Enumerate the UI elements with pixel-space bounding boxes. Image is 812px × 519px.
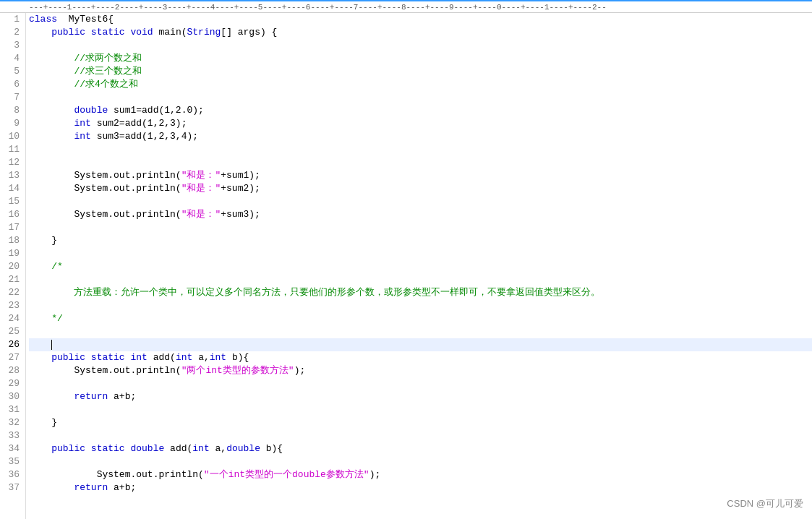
line-number: 10 bbox=[3, 130, 20, 143]
code-line bbox=[29, 39, 812, 52]
line-number: 30 bbox=[3, 390, 20, 403]
line-number: ▶26 bbox=[3, 338, 20, 351]
code-line bbox=[29, 91, 812, 104]
line-number: 19 bbox=[3, 247, 20, 260]
code-line bbox=[29, 221, 812, 234]
code-line bbox=[29, 299, 812, 312]
code-line: //求三个数之和 bbox=[29, 65, 812, 78]
code-line: public static double add(int a,double b)… bbox=[29, 442, 812, 455]
code-line: public static int add(int a,int b){ bbox=[29, 351, 812, 364]
code-lines[interactable]: class MyTest6{ public static void main(S… bbox=[26, 13, 812, 519]
line-number: 18 bbox=[3, 234, 20, 247]
code-line: */ bbox=[29, 312, 812, 325]
ruler: ---+----1----+----2----+----3----+----4-… bbox=[0, 0, 812, 13]
line-number: 5 bbox=[3, 65, 20, 78]
line-number: 24 bbox=[3, 312, 20, 325]
line-number: 34 bbox=[3, 442, 20, 455]
code-line: return a+b; bbox=[29, 390, 812, 403]
code-line: } bbox=[29, 234, 812, 247]
code-line: System.out.println("和是："+sum2); bbox=[29, 182, 812, 195]
code-line: double sum1=add(1,2.0); bbox=[29, 104, 812, 117]
line-number: 4 bbox=[3, 52, 20, 65]
code-line: //求4个数之和 bbox=[29, 78, 812, 91]
text-cursor bbox=[51, 340, 52, 350]
line-number: 33 bbox=[3, 429, 20, 442]
ruler-text: ---+----1----+----2----+----3----+----4-… bbox=[29, 3, 607, 12]
line-number: 37 bbox=[3, 481, 20, 494]
line-number: 27 bbox=[3, 351, 20, 364]
line-number: 13 bbox=[3, 169, 20, 182]
line-number: 14 bbox=[3, 182, 20, 195]
code-line bbox=[29, 403, 812, 416]
code-line: class MyTest6{ bbox=[29, 13, 812, 26]
code-line bbox=[29, 156, 812, 169]
code-line: 方法重载：允许一个类中，可以定义多个同名方法，只要他们的形参个数，或形参类型不一… bbox=[29, 286, 812, 299]
code-line bbox=[29, 338, 812, 351]
line-number: 23 bbox=[3, 299, 20, 312]
line-number: 1 bbox=[3, 13, 20, 26]
code-area: 1234567891011121314151617181920212223242… bbox=[0, 13, 812, 519]
code-line: return a+b; bbox=[29, 481, 812, 494]
code-line bbox=[29, 247, 812, 260]
line-number: 29 bbox=[3, 377, 20, 390]
line-number: 28 bbox=[3, 364, 20, 377]
line-number: 9 bbox=[3, 117, 20, 130]
code-line bbox=[29, 429, 812, 442]
code-line bbox=[29, 273, 812, 286]
line-number: 22 bbox=[3, 286, 20, 299]
code-line: } bbox=[29, 416, 812, 429]
line-number: 35 bbox=[3, 455, 20, 468]
code-line: int sum3=add(1,2,3,4); bbox=[29, 130, 812, 143]
code-line bbox=[29, 325, 812, 338]
code-line: //求两个数之和 bbox=[29, 52, 812, 65]
line-number: 36 bbox=[3, 468, 20, 481]
watermark: CSDN @可儿可爱 bbox=[727, 497, 803, 510]
editor-container: ---+----1----+----2----+----3----+----4-… bbox=[0, 0, 812, 519]
line-number: 17 bbox=[3, 221, 20, 234]
line-number: 3 bbox=[3, 39, 20, 52]
line-number: 7 bbox=[3, 91, 20, 104]
line-number: 8 bbox=[3, 104, 20, 117]
line-number: 20 bbox=[3, 260, 20, 273]
line-numbers: 1234567891011121314151617181920212223242… bbox=[0, 13, 26, 519]
code-line: int sum2=add(1,2,3); bbox=[29, 117, 812, 130]
line-number: 31 bbox=[3, 403, 20, 416]
line-number: 16 bbox=[3, 208, 20, 221]
line-number: 11 bbox=[3, 143, 20, 156]
code-line: System.out.println("和是："+sum3); bbox=[29, 208, 812, 221]
line-number: 12 bbox=[3, 156, 20, 169]
code-line: public static void main(String[] args) { bbox=[29, 26, 812, 39]
code-line bbox=[29, 195, 812, 208]
code-line bbox=[29, 455, 812, 468]
code-line: /* bbox=[29, 260, 812, 273]
line-number: 21 bbox=[3, 273, 20, 286]
code-line: System.out.println("和是："+sum1); bbox=[29, 169, 812, 182]
code-line: System.out.println("两个int类型的参数方法"); bbox=[29, 364, 812, 377]
code-line bbox=[29, 377, 812, 390]
line-number: 6 bbox=[3, 78, 20, 91]
code-line: System.out.println("一个int类型的一个double参数方法… bbox=[29, 468, 812, 481]
line-number: 32 bbox=[3, 416, 20, 429]
line-number: 2 bbox=[3, 26, 20, 39]
line-number: 25 bbox=[3, 325, 20, 338]
code-line bbox=[29, 143, 812, 156]
line-number: 15 bbox=[3, 195, 20, 208]
